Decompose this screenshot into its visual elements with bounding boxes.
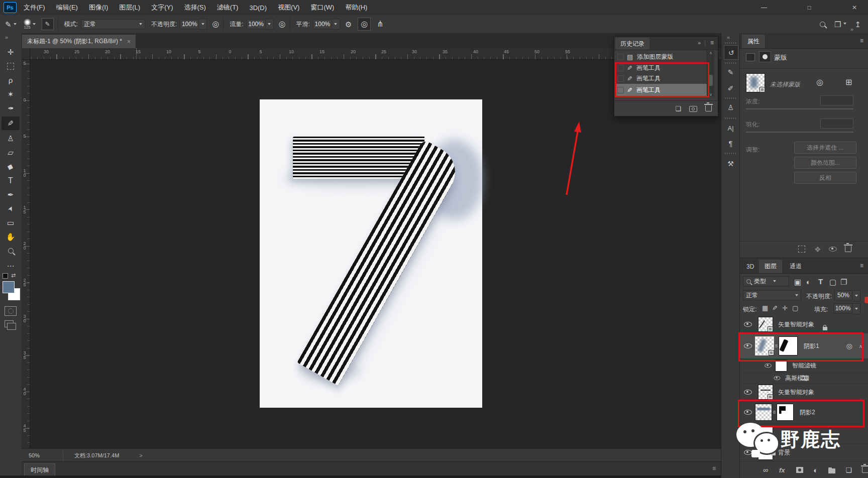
brush-picker-caret[interactable] [33,23,36,27]
menu-edit[interactable]: 编辑(E) [56,3,78,12]
move-tool[interactable]: ✛ [2,45,20,59]
airbrush-icon[interactable]: ◎ [279,20,286,28]
history-collapse-icon[interactable]: » [698,40,701,46]
visibility-eye-icon[interactable] [744,322,752,327]
workspace-icon[interactable]: ❐ [834,21,841,28]
document-size-info[interactable]: 文档:3.07M/17.4M [74,452,119,459]
filter-adjustment-layers-icon[interactable]: ◐ [806,278,811,286]
menu-view[interactable]: 视图(V) [278,3,299,12]
delete-state-trash-icon[interactable] [705,105,712,111]
mode-dropdown[interactable]: 正常 [81,19,145,29]
snapshot-camera-icon[interactable] [689,106,697,112]
lock-transparency-icon[interactable]: ▦ [762,305,768,311]
invert-button[interactable]: 反相 [794,172,856,184]
screen-mode-icon[interactable] [5,320,14,327]
new-document-from-state-icon[interactable]: ❏ [675,105,681,112]
menu-3d[interactable]: 3D(D) [249,4,267,12]
layers-menu-icon[interactable]: ≡ [860,262,863,269]
brush-settings-panel-icon[interactable]: ✎ [724,65,737,79]
eyedropper-tool[interactable]: ✒ [2,101,20,115]
brushes-panel-icon[interactable]: ✐ [724,81,737,95]
document-close-icon[interactable]: × [127,38,131,45]
lock-artboard-icon[interactable]: ▢ [792,305,798,311]
properties-menu-icon[interactable]: ≡ [860,37,863,44]
hand-tool[interactable]: ✋ [2,230,20,244]
tab-3d[interactable]: 3D [741,260,759,273]
mask-rings-icon[interactable]: ◎ [816,78,823,86]
share-icon[interactable]: ↥ [854,21,861,28]
feather-value-field[interactable] [820,118,853,129]
tab-channels[interactable]: 通道 [784,260,807,273]
gear-icon[interactable]: ⚙ [345,21,352,28]
layers-opacity-value[interactable]: 50% [834,290,852,300]
filter-toggle-icon[interactable] [864,297,868,303]
new-adjustment-layer-icon[interactable]: ◐ [813,466,818,474]
menu-image[interactable]: 图像(I) [89,3,108,12]
opacity-value[interactable]: 100% [180,19,199,29]
opacity-caret[interactable] [199,19,207,30]
default-colors-icon[interactable] [3,273,8,279]
lasso-tool[interactable]: ρ [2,73,20,87]
dock-collapse-icon[interactable]: « [727,34,730,40]
quick-mask-icon[interactable] [5,306,17,316]
history-panel-icon[interactable]: ↺ [724,45,738,60]
status-chevron-icon[interactable]: > [139,452,142,458]
lock-position-icon[interactable]: ✛ [782,305,788,311]
mask-thumbnail[interactable] [746,73,765,92]
filter-type-dropdown[interactable]: 类型 [743,276,789,286]
menu-help[interactable]: 帮助(H) [345,3,367,12]
layer-thumbnail[interactable] [758,317,773,332]
foreground-color-swatch[interactable] [3,281,15,293]
character-panel-icon[interactable]: A| [724,122,737,135]
timeline-menu-icon[interactable]: ≡ [712,465,716,472]
tab-properties[interactable]: 属性 [742,35,765,48]
fill-value[interactable]: 100% [833,303,852,313]
link-layers-icon[interactable]: ∞ [763,466,768,473]
visibility-eye-icon[interactable] [744,390,752,395]
filter-blending-options-icon[interactable] [801,376,808,381]
smoothing-value[interactable]: 100% [313,19,332,29]
zoom-level-field[interactable]: 50% [29,452,40,458]
history-menu-icon[interactable]: ≡ [710,39,714,46]
visibility-eye-icon[interactable] [774,376,781,380]
clone-source-panel-icon[interactable]: ♙ [724,100,737,114]
layer-fx-icon[interactable]: fx [779,466,785,474]
edit-toolbar-icon[interactable]: ⋯ [2,259,20,273]
mask-properties-icon[interactable] [759,51,771,62]
new-group-folder-icon[interactable] [828,468,836,473]
search-icon[interactable] [820,22,825,27]
history-source-checkbox[interactable] [617,54,624,60]
layer-row-vector-smart-object-2[interactable]: 矢量智能对象 [740,384,868,401]
visibility-eye-icon[interactable] [765,364,772,368]
add-layer-mask-icon[interactable] [796,467,804,473]
close-button[interactable]: ✕ [846,4,863,11]
load-selection-icon[interactable] [798,246,805,253]
color-range-button[interactable]: 颜色范围... [794,157,856,169]
filter-shape-layers-icon[interactable]: ▢ [829,278,836,286]
filter-pixel-layers-icon[interactable]: ▣ [794,278,801,286]
blend-mode-dropdown[interactable]: 正常 [743,290,801,300]
menu-layer[interactable]: 图层(L) [119,3,140,12]
minimize-button[interactable]: — [755,4,773,11]
select-and-mask-button[interactable]: 选择并遮住 ... [794,142,856,154]
workspace-caret[interactable] [843,23,846,26]
toolbar-collapse-icon[interactable]: » [5,34,8,40]
swap-colors-icon[interactable]: ⇄ [11,272,16,279]
layers-opacity-caret[interactable] [852,290,860,301]
tool-preset-caret[interactable] [14,23,17,27]
toggle-brush-settings-icon[interactable]: ✎ [42,18,54,30]
menu-select[interactable]: 选择(S) [184,3,205,12]
timeline-tab[interactable]: 时间轴 [24,463,55,476]
apply-mask-icon[interactable]: ❖ [814,246,821,253]
brush-tool-preset-icon[interactable]: ✎ [5,21,12,28]
airbrush-toggle-icon[interactable]: ◎ [358,18,371,31]
history-tab[interactable]: 历史记录 [615,38,649,50]
scroll-down-icon[interactable]: ∨ [709,92,712,97]
lock-pixels-icon[interactable]: ✎ [772,305,778,311]
paragraph-panel-icon[interactable]: ¶ [724,137,737,150]
menu-window[interactable]: 窗口(W) [310,3,334,12]
add-vector-mask-icon[interactable]: ⊞ [845,78,852,86]
flow-caret[interactable] [266,19,274,30]
marquee-tool[interactable] [2,59,20,73]
menu-file[interactable]: 文件(F) [24,3,45,12]
